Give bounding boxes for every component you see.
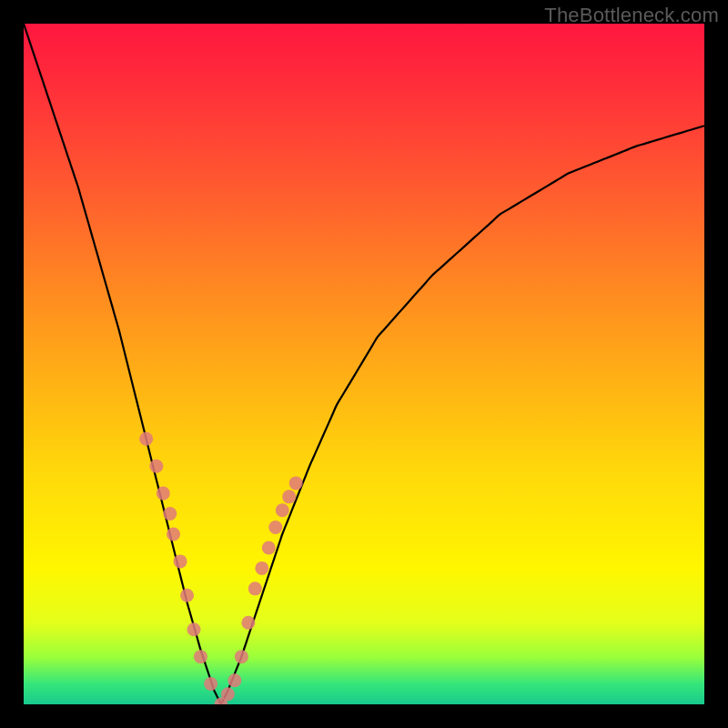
marker-dot — [174, 554, 187, 568]
marker-dot — [276, 503, 289, 517]
marker-dot — [289, 476, 303, 490]
marker-dot — [268, 521, 282, 534]
marker-group — [139, 432, 303, 704]
marker-dot — [194, 650, 207, 663]
marker-dot — [282, 490, 296, 503]
watermark-text: TheBottleneck.com — [544, 4, 719, 27]
marker-dot — [180, 589, 194, 602]
chart-frame: TheBottleneck.com — [0, 0, 728, 728]
plot-area — [24, 24, 704, 704]
marker-dot — [262, 541, 276, 554]
marker-dot — [255, 561, 268, 575]
marker-dot — [248, 581, 262, 595]
marker-dot — [139, 432, 153, 446]
marker-dot — [221, 687, 235, 701]
marker-dot — [235, 650, 248, 663]
marker-dot — [187, 622, 201, 636]
marker-dot — [157, 487, 170, 500]
curve-layer — [24, 24, 704, 704]
marker-dot — [241, 616, 255, 630]
marker-dot — [228, 673, 241, 687]
bottleneck-curve — [24, 24, 704, 704]
marker-dot — [204, 677, 217, 691]
marker-dot — [149, 460, 163, 473]
marker-dot — [167, 528, 180, 541]
marker-dot — [163, 507, 177, 521]
